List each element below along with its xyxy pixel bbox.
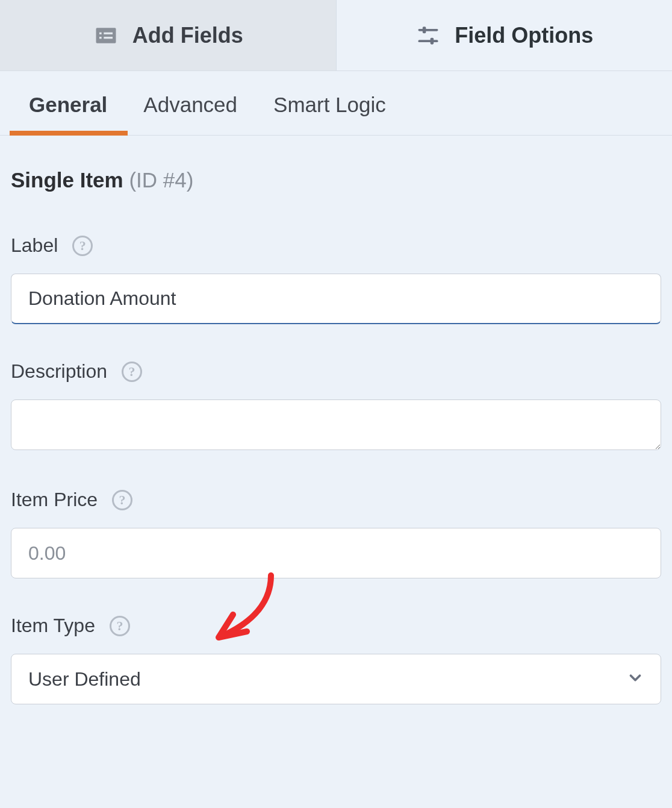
field-group-item-price: Item Price ? bbox=[11, 489, 661, 578]
svg-rect-0 bbox=[96, 28, 116, 43]
sliders-icon bbox=[415, 22, 441, 49]
section-title: Single Item (ID #4) bbox=[11, 168, 661, 192]
description-input[interactable] bbox=[11, 399, 661, 450]
help-icon[interactable]: ? bbox=[112, 490, 132, 510]
svg-rect-5 bbox=[418, 29, 438, 31]
label-title: Label bbox=[11, 234, 58, 257]
help-icon[interactable]: ? bbox=[110, 616, 130, 636]
subtab-smart-logic[interactable]: Smart Logic bbox=[273, 93, 386, 135]
item-type-title: Item Type bbox=[11, 615, 95, 637]
svg-rect-8 bbox=[431, 37, 434, 44]
subtab-advanced[interactable]: Advanced bbox=[143, 93, 237, 135]
svg-rect-6 bbox=[423, 27, 426, 33]
field-group-item-type: Item Type ? User Defined bbox=[11, 615, 661, 704]
tab-field-options[interactable]: Field Options bbox=[337, 0, 673, 70]
section-id: (ID #4) bbox=[129, 168, 193, 192]
form-list-icon bbox=[93, 22, 119, 49]
tab-field-options-label: Field Options bbox=[455, 23, 593, 48]
item-price-title: Item Price bbox=[11, 489, 98, 511]
field-options-panel: Single Item (ID #4) Label ? Description … bbox=[0, 136, 672, 704]
svg-rect-7 bbox=[418, 40, 438, 42]
tab-add-fields[interactable]: Add Fields bbox=[0, 0, 337, 70]
field-group-label: Label ? bbox=[11, 234, 661, 324]
top-tabs: Add Fields Field Options bbox=[0, 0, 672, 71]
label-input[interactable] bbox=[11, 274, 661, 324]
description-title: Description bbox=[11, 360, 107, 383]
section-title-text: Single Item bbox=[11, 168, 123, 192]
help-icon[interactable]: ? bbox=[72, 236, 93, 256]
help-icon[interactable]: ? bbox=[122, 362, 142, 382]
subtab-general[interactable]: General bbox=[29, 93, 107, 135]
item-price-input[interactable] bbox=[11, 528, 661, 578]
field-group-description: Description ? bbox=[11, 360, 661, 453]
item-type-select[interactable]: User Defined bbox=[11, 654, 661, 704]
tab-add-fields-label: Add Fields bbox=[132, 23, 243, 48]
sub-tabs: General Advanced Smart Logic bbox=[0, 71, 672, 136]
